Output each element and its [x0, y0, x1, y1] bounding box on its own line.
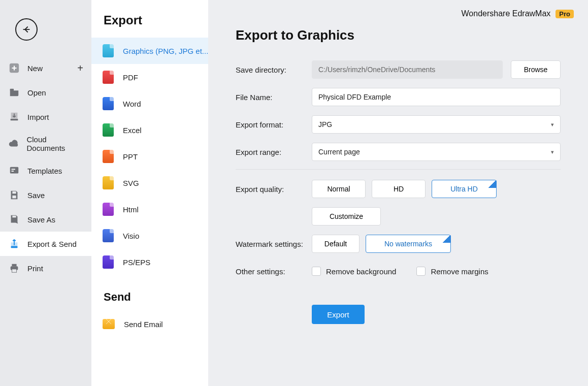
sidebar-item-open[interactable]: Open	[0, 80, 91, 105]
export-format-value: JPG	[318, 120, 332, 128]
send-option-label: Send Email	[124, 320, 163, 329]
quality-normal-button[interactable]: Normal	[312, 180, 366, 198]
svg-rect-3	[10, 167, 19, 174]
export-option-ppt[interactable]: PPT	[91, 143, 208, 170]
import-icon	[8, 111, 20, 123]
browse-button[interactable]: Browse	[511, 60, 561, 79]
back-button[interactable]	[15, 18, 38, 41]
sidebar-item-label: Export & Send	[27, 240, 77, 248]
export-icon	[8, 238, 20, 250]
watermark-default-button[interactable]: Default	[312, 235, 360, 253]
graphics-file-icon	[103, 44, 114, 57]
export-button[interactable]: Export	[312, 305, 365, 324]
chevron-down-icon: ▾	[551, 149, 554, 155]
mail-icon	[103, 319, 115, 329]
export-option-label: Excel	[123, 126, 142, 135]
watermark-label: Watermark settings:	[236, 240, 312, 248]
templates-icon	[8, 165, 20, 177]
export-section-title: Export	[91, 0, 208, 38]
svg-rect-1	[10, 89, 14, 91]
export-range-select[interactable]: Current page ▾	[312, 143, 561, 161]
sidebar-item-save-as[interactable]: Save As	[0, 207, 91, 232]
ppt-file-icon	[103, 150, 114, 163]
cloud-icon	[8, 138, 19, 150]
export-type-panel: Export Graphics (PNG, JPG et... PDF Word…	[91, 0, 208, 386]
html-file-icon	[103, 203, 114, 216]
export-option-graphics[interactable]: Graphics (PNG, JPG et...	[91, 38, 208, 64]
export-format-label: Export format:	[236, 120, 312, 129]
svg-rect-12	[12, 269, 16, 272]
export-option-pdf[interactable]: PDF	[91, 64, 208, 90]
remove-margins-checkbox[interactable]	[416, 267, 426, 276]
sidebar-item-label: Save	[27, 191, 45, 200]
arrow-left-icon	[21, 24, 32, 35]
save-as-icon	[8, 213, 20, 226]
svg-rect-4	[12, 169, 15, 170]
watermark-none-button[interactable]: No watermarks	[366, 235, 451, 253]
quality-ultra-hd-button[interactable]: Ultra HD	[432, 180, 497, 198]
export-option-label: Graphics (PNG, JPG et...	[123, 47, 208, 55]
excel-file-icon	[103, 123, 114, 137]
send-section-title: Send	[91, 275, 208, 311]
export-option-label: Html	[123, 205, 139, 214]
export-option-label: PPT	[123, 152, 138, 161]
other-settings-label: Other settings:	[236, 267, 312, 276]
svg-rect-7	[12, 196, 16, 199]
export-option-label: PDF	[123, 73, 138, 82]
divider	[236, 169, 561, 170]
file-name-input[interactable]: Physical DFD Example	[312, 88, 561, 106]
sidebar-item-label: Cloud Documents	[26, 135, 83, 152]
export-range-value: Current page	[318, 148, 360, 156]
app-title-text: Wondershare EdrawMax	[462, 9, 551, 18]
svg-rect-11	[12, 264, 16, 267]
export-option-label: Word	[123, 100, 141, 108]
export-option-label: SVG	[123, 179, 139, 187]
remove-background-label: Remove background	[326, 267, 396, 276]
send-option-email[interactable]: Send Email	[91, 311, 208, 337]
sidebar-item-cloud-documents[interactable]: Cloud Documents	[0, 129, 91, 158]
app-title: Wondershare EdrawMax Pro	[462, 9, 574, 18]
file-name-label: File Name:	[236, 93, 312, 102]
save-directory-label: Save directory:	[236, 66, 312, 74]
remove-background-checkbox[interactable]	[312, 267, 321, 276]
sidebar-item-label: Import	[27, 113, 49, 121]
svg-rect-6	[12, 191, 16, 194]
svg-rect-9	[11, 246, 18, 248]
export-option-excel[interactable]: Excel	[91, 117, 208, 143]
svg-rect-5	[12, 171, 14, 172]
export-range-label: Export range:	[236, 148, 312, 156]
quality-hd-button[interactable]: HD	[372, 180, 426, 198]
print-icon	[8, 262, 20, 274]
svg-rect-8	[12, 216, 16, 218]
sidebar-item-templates[interactable]: Templates	[0, 158, 91, 183]
folder-icon	[8, 86, 20, 99]
export-option-label: Visio	[123, 232, 139, 240]
sidebar-item-export-send[interactable]: Export & Send	[0, 232, 91, 256]
export-option-label: PS/EPS	[123, 258, 150, 267]
sidebar-left: New + Open Import Cloud Documents	[0, 0, 91, 386]
export-option-svg[interactable]: SVG	[91, 170, 208, 196]
sidebar-item-new[interactable]: New +	[0, 56, 91, 80]
export-option-visio[interactable]: Visio	[91, 222, 208, 249]
sidebar-item-label: Templates	[27, 167, 62, 175]
sidebar-item-import[interactable]: Import	[0, 105, 91, 129]
save-directory-field: C:/Users/rimzh/OneDrive/Documents	[312, 60, 503, 79]
sidebar-item-print[interactable]: Print	[0, 256, 91, 280]
pro-badge: Pro	[556, 10, 574, 18]
sidebar-item-save[interactable]: Save	[0, 183, 91, 207]
ps-file-icon	[103, 255, 114, 269]
export-format-select[interactable]: JPG ▾	[312, 115, 561, 134]
add-icon[interactable]: +	[77, 62, 83, 74]
main-content: Wondershare EdrawMax Pro Export to Graph…	[208, 0, 588, 386]
sidebar-item-label: Print	[27, 264, 43, 273]
remove-margins-label: Remove margins	[431, 267, 488, 276]
chevron-down-icon: ▾	[551, 121, 554, 128]
svg-rect-2	[11, 119, 18, 121]
visio-file-icon	[103, 229, 114, 242]
sidebar-item-label: Save As	[27, 215, 55, 224]
export-option-word[interactable]: Word	[91, 90, 208, 117]
quality-customize-button[interactable]: Customize	[312, 207, 381, 226]
sidebar-item-label: New	[27, 64, 43, 73]
export-option-html[interactable]: Html	[91, 196, 208, 222]
export-option-ps-eps[interactable]: PS/EPS	[91, 249, 208, 275]
